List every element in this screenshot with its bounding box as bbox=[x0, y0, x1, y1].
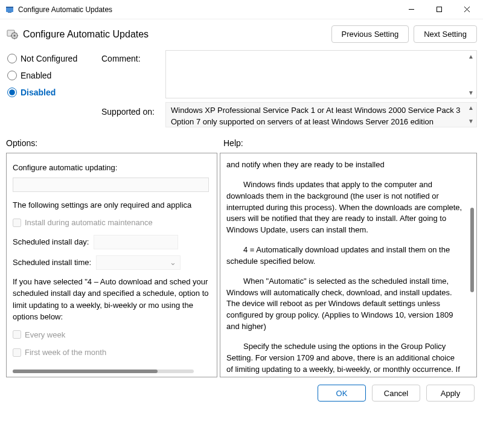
policy-title: Configure Automatic Updates bbox=[23, 29, 327, 40]
radio-label-disabled: Disabled bbox=[21, 88, 56, 97]
section-labels: Options: Help: bbox=[0, 129, 483, 153]
cancel-button[interactable]: Cancel bbox=[372, 385, 420, 402]
apply-button[interactable]: Apply bbox=[426, 385, 475, 402]
checkbox-first-week[interactable] bbox=[13, 348, 21, 357]
help-panel: and notify when they are ready to be ins… bbox=[220, 153, 477, 377]
supported-label: Supported on: bbox=[101, 107, 162, 117]
close-button[interactable] bbox=[453, 0, 481, 19]
check-install-maintenance[interactable]: Install during automatic maintenance bbox=[13, 217, 211, 229]
help-text-4: When "Automatic" is selected as the sche… bbox=[226, 276, 463, 333]
label-column: Comment: Supported on: bbox=[101, 50, 162, 127]
options-panel: Configure automatic updating: The follow… bbox=[6, 153, 217, 377]
policy-icon bbox=[6, 28, 18, 40]
footer: OK Cancel Apply bbox=[0, 377, 483, 409]
options-label: Options: bbox=[6, 138, 223, 148]
help-text-3: 4 = Automatically download updates and i… bbox=[226, 245, 463, 267]
check-every-week[interactable]: Every week bbox=[13, 329, 211, 341]
options-paragraph: If you have selected "4 – Auto download … bbox=[13, 276, 211, 323]
help-text-2: Windows finds updates that apply to the … bbox=[226, 179, 463, 236]
scheduled-install-day-row: Scheduled install day: bbox=[13, 235, 211, 249]
help-label: Help: bbox=[223, 138, 243, 148]
scheduled-install-time-dropdown[interactable] bbox=[96, 255, 181, 270]
options-content: Configure automatic updating: The follow… bbox=[13, 162, 211, 359]
titlebar: Configure Automatic Updates bbox=[0, 0, 483, 19]
config-grid: Not Configured Enabled Disabled Comment:… bbox=[0, 46, 483, 129]
window-title: Configure Automatic Updates bbox=[18, 5, 397, 14]
next-setting-button[interactable]: Next Setting bbox=[414, 25, 477, 43]
radio-label-not-configured: Not Configured bbox=[21, 54, 77, 63]
state-radios: Not Configured Enabled Disabled bbox=[7, 50, 98, 127]
svg-point-9 bbox=[14, 34, 16, 36]
previous-setting-button[interactable]: Previous Setting bbox=[331, 25, 409, 43]
scheduled-install-time-label: Scheduled install time: bbox=[13, 257, 91, 269]
app-icon bbox=[5, 5, 14, 14]
checkbox-install-maintenance[interactable] bbox=[13, 219, 21, 227]
scroll-down-icon[interactable]: ▼ bbox=[467, 88, 475, 97]
scroll-up-icon[interactable]: ▲ bbox=[467, 104, 475, 112]
checkbox-every-week[interactable] bbox=[13, 330, 21, 339]
minimize-button[interactable] bbox=[397, 0, 425, 19]
radio-input-not-configured[interactable] bbox=[7, 54, 17, 63]
scheduled-install-day-field[interactable] bbox=[94, 235, 178, 249]
help-scrollbar-vertical[interactable] bbox=[470, 159, 474, 371]
header: Configure Automatic Updates Previous Set… bbox=[0, 19, 483, 46]
help-text-1: and notify when they are ready to be ins… bbox=[226, 159, 463, 171]
configure-dropdown[interactable] bbox=[13, 178, 209, 192]
help-scrollbar-thumb[interactable] bbox=[470, 208, 474, 292]
radio-label-enabled: Enabled bbox=[21, 71, 51, 80]
ok-button[interactable]: OK bbox=[318, 385, 366, 402]
svg-rect-1 bbox=[6, 7, 13, 8]
supported-on-value: Windows XP Professional Service Pack 1 o… bbox=[171, 106, 461, 126]
scroll-down-icon[interactable]: ▼ bbox=[467, 117, 475, 126]
options-note: The following settings are only required… bbox=[13, 199, 211, 211]
radio-enabled[interactable]: Enabled bbox=[7, 71, 98, 80]
comment-textarea[interactable]: ▲ ▼ bbox=[165, 50, 477, 98]
supported-on-text: Windows XP Professional Service Pack 1 o… bbox=[165, 102, 477, 127]
check-first-week[interactable]: First week of the month bbox=[13, 347, 211, 359]
checkbox-first-week-label: First week of the month bbox=[25, 347, 106, 359]
scheduled-install-day-label: Scheduled install day: bbox=[13, 236, 89, 248]
scroll-up-icon[interactable]: ▲ bbox=[467, 52, 475, 60]
options-scrollbar-thumb[interactable] bbox=[13, 370, 158, 373]
configure-label: Configure automatic updating: bbox=[13, 162, 211, 174]
scheduled-install-time-row: Scheduled install time: bbox=[13, 255, 211, 270]
maximize-button[interactable] bbox=[425, 0, 453, 19]
checkbox-install-maintenance-label: Install during automatic maintenance bbox=[25, 217, 153, 229]
field-column: ▲ ▼ Windows XP Professional Service Pack… bbox=[165, 50, 477, 127]
radio-input-disabled[interactable] bbox=[7, 88, 17, 97]
comment-label: Comment: bbox=[101, 54, 162, 63]
radio-input-enabled[interactable] bbox=[7, 71, 17, 80]
panels: Configure automatic updating: The follow… bbox=[0, 153, 483, 377]
svg-rect-2 bbox=[8, 12, 11, 13]
radio-disabled[interactable]: Disabled bbox=[7, 88, 98, 97]
radio-not-configured[interactable]: Not Configured bbox=[7, 54, 98, 63]
checkbox-every-week-label: Every week bbox=[25, 329, 65, 341]
options-scrollbar-horizontal[interactable] bbox=[13, 370, 194, 373]
help-text-5: Specify the schedule using the options i… bbox=[226, 341, 463, 377]
svg-rect-4 bbox=[437, 7, 441, 12]
